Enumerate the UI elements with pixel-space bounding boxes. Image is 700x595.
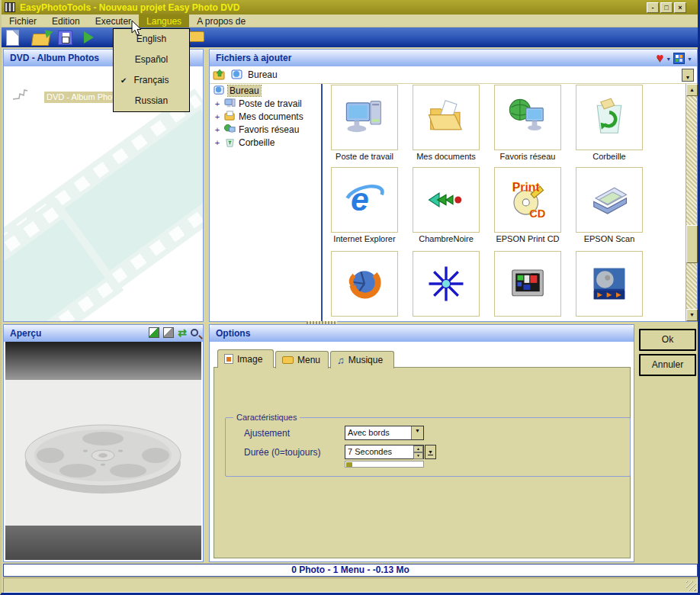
open-project-icon[interactable] <box>32 29 50 46</box>
duree-value: 7 Secondes <box>348 447 392 456</box>
cancel-button[interactable]: Annuler <box>639 354 696 376</box>
letterbox-top <box>5 342 201 380</box>
files-panel: Fichiers à ajouter Bureau <box>209 49 698 322</box>
svg-text:CD: CD <box>529 207 545 220</box>
file-item[interactable]: Print CD EPSON Print CD <box>490 167 566 243</box>
scroll-up-icon[interactable]: ▲ <box>686 84 698 96</box>
zoom-icon[interactable] <box>191 329 198 336</box>
menu-item-francais[interactable]: ✔ Français <box>114 70 189 91</box>
network-icon <box>507 97 548 138</box>
options-panel-title: Options <box>216 328 250 339</box>
recycle-bin-icon <box>224 137 236 148</box>
ok-button[interactable]: Ok <box>639 329 696 351</box>
duree-trackbar[interactable] <box>345 461 424 468</box>
tree-expand-icon[interactable]: + <box>214 125 221 134</box>
file-item[interactable]: Favoris réseau <box>490 85 566 161</box>
maximize-button[interactable]: □ <box>660 2 673 13</box>
computer-icon <box>344 97 385 138</box>
file-item[interactable]: Corbeille <box>571 85 647 161</box>
album-title-overlay[interactable]: DVD - Album Photos <box>44 92 118 103</box>
documents-folder-icon <box>224 111 236 122</box>
ajustement-combo[interactable]: Avec bords <box>345 426 424 440</box>
file-item[interactable]: ChambreNoire <box>408 167 484 243</box>
file-item[interactable]: e Internet Explorer <box>326 167 403 243</box>
fit-image-icon[interactable] <box>149 327 159 338</box>
favorites-heart-icon[interactable] <box>657 51 664 65</box>
chevron-down-icon[interactable] <box>411 426 423 439</box>
path-dropdown-button[interactable] <box>682 69 694 82</box>
trackbar-thumb[interactable] <box>346 462 352 467</box>
photo-viewer-icon <box>589 263 630 304</box>
tree-expand-icon[interactable]: + <box>214 138 221 147</box>
epson-print-cd-icon: Print CD <box>507 179 548 220</box>
scroll-down-icon[interactable]: ▼ <box>686 309 698 321</box>
desktop-icon <box>231 69 243 81</box>
tab-musique[interactable]: Musique <box>330 351 394 368</box>
file-item[interactable] <box>326 251 403 318</box>
status-bar: 0 Photo - 1 Menu - -0.13 Mo <box>3 564 698 577</box>
file-item-label: EPSON Scan <box>571 234 647 243</box>
tab-menu[interactable]: Menu <box>275 351 329 368</box>
folder-up-icon[interactable] <box>213 68 226 82</box>
tree-item-mes-documents[interactable]: + Mes documents <box>210 110 321 123</box>
preview-viewport[interactable] <box>5 342 201 560</box>
close-button[interactable]: × <box>674 2 686 13</box>
bottom-strip <box>3 577 698 593</box>
file-item[interactable] <box>490 251 566 318</box>
internet-explorer-icon: e <box>344 179 385 220</box>
tab-label: Musique <box>348 355 383 365</box>
resize-grip[interactable] <box>686 581 696 591</box>
tree-item-favoris-reseau[interactable]: + Favoris réseau <box>210 123 321 136</box>
computer-icon <box>224 98 236 109</box>
firefox-icon <box>344 263 385 304</box>
tree-expand-icon[interactable]: + <box>214 99 221 108</box>
menu-item-label: Français <box>133 75 169 85</box>
file-item[interactable] <box>571 251 647 318</box>
tree-item-bureau[interactable]: Bureau <box>210 84 321 97</box>
menu-edition[interactable]: Edition <box>44 14 88 27</box>
play-icon[interactable] <box>84 31 94 43</box>
splitter-grip[interactable] <box>307 321 337 324</box>
menu-a-propos-de[interactable]: A propos de <box>189 14 253 27</box>
duree-spinner[interactable]: 7 Secondes ▲▼ <box>345 445 424 459</box>
spin-down-icon[interactable]: ▼ <box>413 452 423 459</box>
view-mode-dropdown-icon[interactable] <box>687 53 692 63</box>
file-item[interactable] <box>408 251 484 318</box>
window-controls: - □ × <box>647 2 686 13</box>
network-icon <box>224 124 236 135</box>
group-title: Caractéristiques <box>233 413 300 422</box>
tree-expand-icon[interactable]: + <box>214 112 221 121</box>
view-mode-icon[interactable] <box>673 53 685 64</box>
mouse-cursor <box>127 20 143 37</box>
refresh-icon[interactable]: ⇄ <box>178 327 187 338</box>
file-item[interactable]: Poste de travail <box>326 85 403 161</box>
duree-dropdown-button[interactable] <box>425 445 436 459</box>
favorites-dropdown-icon[interactable] <box>666 53 671 63</box>
minimize-button[interactable]: - <box>647 2 659 13</box>
menu-item-russian[interactable]: Russian <box>114 91 189 111</box>
window-title: EasyPhotoTools - Nouveau projet Easy Pho… <box>20 2 240 13</box>
files-scrollbar[interactable]: ▲ ▼ <box>686 84 697 321</box>
menu-item-espanol[interactable]: Español <box>114 50 189 70</box>
preview-panel-title: Aperçu <box>10 328 41 339</box>
tab-image[interactable]: Image <box>217 349 274 368</box>
tree-item-corbeille[interactable]: + Corbeille <box>210 136 321 149</box>
menu-item-label: Russian <box>135 95 168 106</box>
tree-item-label: Favoris réseau <box>239 124 299 135</box>
ajustement-value: Avec bords <box>348 428 390 437</box>
tree-item-poste-de-travail[interactable]: + Poste de travail <box>210 97 321 110</box>
scrollbar-thumb[interactable] <box>686 225 698 263</box>
new-document-icon[interactable] <box>6 30 19 46</box>
spin-up-icon[interactable]: ▲ <box>413 445 423 452</box>
menu-item-english[interactable]: English <box>114 29 189 50</box>
file-item[interactable]: Mes documents <box>408 85 484 161</box>
starburst-icon <box>425 263 467 304</box>
file-item[interactable]: EPSON Scan <box>571 167 647 243</box>
menu-tab-icon <box>282 356 294 364</box>
menu-fichier[interactable]: Fichier <box>2 14 44 27</box>
original-size-icon[interactable] <box>163 327 174 338</box>
caracteristiques-group: Caractéristiques Ajustement Avec bords D… <box>225 417 631 477</box>
chambrenoire-icon <box>425 179 467 220</box>
save-icon[interactable] <box>58 31 72 45</box>
menu-langues[interactable]: Langues <box>139 14 189 27</box>
